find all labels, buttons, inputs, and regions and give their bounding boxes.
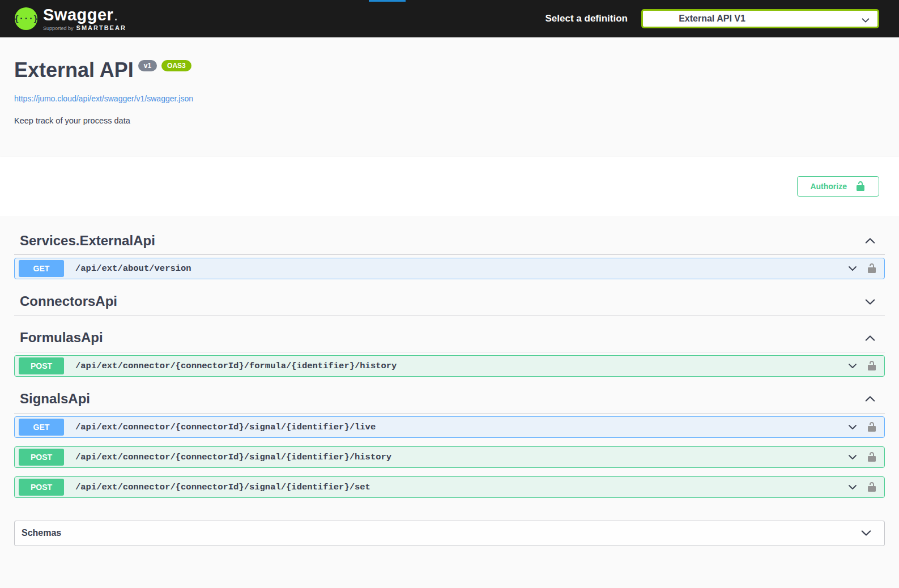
unlock-icon: [855, 181, 866, 192]
swagger-logo-icon: {···}: [15, 7, 37, 30]
authorize-label: Authorize: [810, 182, 847, 191]
method-badge: POST: [19, 449, 64, 466]
auth-lock-button[interactable]: [866, 360, 877, 372]
section-header-connectorsapi[interactable]: ConnectorsApi: [14, 288, 885, 316]
chevron-up-icon: [863, 234, 877, 248]
api-description: Keep track of your process data: [14, 116, 885, 125]
section-title: FormulasApi: [20, 330, 103, 346]
operations-wrapper: Services.ExternalApi GET /api/ext/about/…: [0, 216, 899, 546]
section-title: ConnectorsApi: [20, 293, 117, 310]
section-header-services-externalapi[interactable]: Services.ExternalApi: [14, 227, 885, 255]
definition-select-label: Select a definition: [546, 13, 628, 24]
unlock-icon: [866, 360, 877, 372]
chevron-down-icon: [847, 360, 858, 372]
operation-row-signal-set[interactable]: POST /api/ext/connector/{connectorId}/si…: [14, 476, 885, 498]
version-badge: v1: [138, 60, 157, 71]
section-title: SignalsApi: [20, 391, 90, 407]
page-title: External API: [14, 57, 134, 84]
schemas-section[interactable]: Schemas: [14, 521, 885, 546]
smartbear-brand: SMARTBEAR: [76, 25, 126, 31]
method-badge: GET: [19, 419, 64, 436]
operation-row-signal-live[interactable]: GET /api/ext/connector/{connectorId}/sig…: [14, 416, 885, 438]
section-formulasapi: FormulasApi POST /api/ext/connector/{con…: [14, 324, 885, 377]
chevron-down-icon: [860, 15, 871, 25]
chevron-down-icon: [863, 295, 877, 309]
chevron-down-icon: [847, 482, 858, 493]
svg-text:{···}: {···}: [15, 14, 37, 23]
scheme-container: Authorize: [0, 157, 899, 216]
operation-row-signal-history[interactable]: POST /api/ext/connector/{connectorId}/si…: [14, 446, 885, 468]
swagger-brand: {···} Swagger Supported by SMARTBEAR: [15, 7, 126, 31]
operation-row-formula-history[interactable]: POST /api/ext/connector/{connectorId}/fo…: [14, 355, 885, 377]
chevron-down-icon: [847, 451, 858, 463]
unlock-icon: [866, 421, 877, 433]
method-badge: GET: [19, 260, 64, 277]
brand-name: Swagger: [43, 7, 113, 23]
section-services-externalapi: Services.ExternalApi GET /api/ext/about/…: [14, 227, 885, 280]
section-connectorsapi: ConnectorsApi: [14, 288, 885, 316]
operation-path: /api/ext/connector/{connectorId}/signal/…: [75, 452, 391, 462]
auth-lock-button[interactable]: [866, 263, 877, 274]
section-header-formulasapi[interactable]: FormulasApi: [14, 324, 885, 352]
operation-path: /api/ext/about/version: [75, 263, 191, 274]
section-header-signalsapi[interactable]: SignalsApi: [14, 385, 885, 414]
section-title: Services.ExternalApi: [20, 233, 155, 249]
supported-by-label: Supported by: [43, 26, 74, 31]
schemas-title: Schemas: [22, 528, 61, 538]
selected-definition: External API V1: [679, 14, 745, 24]
oas3-badge: OAS3: [161, 60, 191, 71]
chevron-up-icon: [863, 392, 877, 406]
definition-select[interactable]: External API V1: [641, 9, 879, 28]
chevron-down-icon: [859, 526, 873, 540]
chevron-down-icon: [847, 421, 858, 433]
auth-lock-button[interactable]: [866, 421, 877, 433]
trademark-mark: [115, 19, 117, 20]
operation-path: /api/ext/connector/{connectorId}/formula…: [75, 361, 397, 371]
unlock-icon: [866, 482, 877, 493]
spec-url-link[interactable]: https://jumo.cloud/api/ext/swagger/v1/sw…: [14, 94, 193, 103]
operation-row-about-version[interactable]: GET /api/ext/about/version: [14, 258, 885, 279]
authorize-button[interactable]: Authorize: [797, 176, 879, 197]
method-badge: POST: [19, 479, 64, 496]
chevron-down-icon: [847, 263, 858, 274]
auth-lock-button[interactable]: [866, 482, 877, 493]
operation-path: /api/ext/connector/{connectorId}/signal/…: [75, 422, 376, 432]
unlock-icon: [866, 451, 877, 463]
topbar: {···} Swagger Supported by SMARTBEAR Sel…: [0, 0, 899, 37]
unlock-icon: [866, 263, 877, 274]
accent-strip: [369, 0, 406, 2]
info-section: External API v1 OAS3 https://jumo.cloud/…: [0, 37, 899, 157]
section-signalsapi: SignalsApi GET /api/ext/connector/{conne…: [14, 385, 885, 498]
auth-lock-button[interactable]: [866, 451, 877, 463]
operation-path: /api/ext/connector/{connectorId}/signal/…: [75, 482, 370, 492]
method-badge: POST: [19, 357, 64, 374]
chevron-up-icon: [863, 331, 877, 345]
